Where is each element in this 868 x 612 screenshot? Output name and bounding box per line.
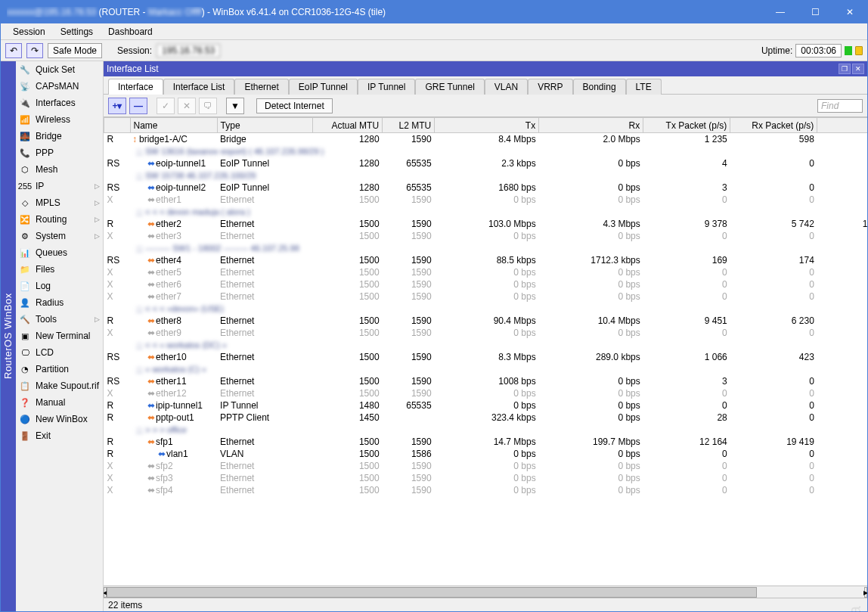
table-row[interactable]: ;;; > > > office (104, 424, 868, 436)
sidebar-item-log[interactable]: 📄Log (16, 278, 103, 294)
tab-lte[interactable]: LTE (626, 79, 662, 95)
sidebar-item-files[interactable]: 📁Files (16, 261, 103, 278)
table-row[interactable]: R ⬌ether2 Ethernet 1500 1590 103.0 Mbps … (104, 218, 868, 230)
interface-icon: ⬌ (147, 436, 156, 447)
child-window-header: Interface List ❐ ✕ (104, 61, 867, 76)
tab-ip-tunnel[interactable]: IP Tunnel (358, 79, 415, 95)
sidebar-item-wireless[interactable]: 📶Wireless (16, 111, 103, 128)
column-header[interactable]: Type (217, 118, 313, 133)
column-header[interactable]: Name (130, 118, 217, 133)
menu-settings[interactable]: Settings (53, 25, 101, 39)
table-row[interactable]: RS ⬌eoip-tunnel2 EoIP Tunnel 1280 65535 … (104, 182, 868, 194)
filter-button[interactable]: ▼ (226, 98, 244, 114)
enable-button[interactable]: ✓ (157, 98, 175, 114)
tab-vrrp[interactable]: VRRP (528, 79, 572, 95)
column-header[interactable]: Rx (539, 118, 643, 133)
table-row[interactable]: R ⬌sfp1 Ethernet 1500 1590 14.7 Mbps 199… (104, 436, 868, 448)
sidebar-item-manual[interactable]: ❓Manual (16, 394, 103, 411)
sidebar-item-system[interactable]: ⚙System▷ (16, 228, 103, 244)
table-row[interactable]: R ↕bridge1-A/C Bridge 1280 1590 8.4 Mbps… (104, 133, 868, 145)
find-input[interactable]: Find (817, 99, 863, 113)
remove-button[interactable]: — (129, 98, 147, 114)
sidebar-item-make-supout.rif[interactable]: 📋Make Supout.rif (16, 377, 103, 394)
undo-button[interactable]: ↶ (5, 43, 22, 58)
minimize-button[interactable]: — (763, 1, 798, 23)
close-button[interactable]: ✕ (832, 1, 867, 23)
interface-icon: ⬌ (147, 219, 156, 229)
column-header[interactable]: Rx Packet (p/s) (730, 118, 817, 133)
table-row[interactable]: X ⬌ether3 Ethernet 1500 1590 0 bps 0 bps… (104, 230, 868, 242)
sidebar-item-queues[interactable]: 📊Queues (16, 244, 103, 261)
table-row[interactable]: X ⬌ether6 Ethernet 1500 1590 0 bps 0 bps… (104, 278, 868, 290)
sidebar-item-bridge[interactable]: 🌉Bridge (16, 128, 103, 144)
sidebar-item-exit[interactable]: 🚪Exit (16, 427, 103, 444)
column-header[interactable]: L2 MTU (383, 118, 435, 133)
sidebar-item-interfaces[interactable]: 🔌Interfaces (16, 95, 103, 111)
sidebar-item-new-terminal[interactable]: ▣New Terminal (16, 328, 103, 344)
table-row[interactable]: R ⬌ipip-tunnel1 IP Tunnel 1480 65535 0 b… (104, 399, 868, 412)
column-header[interactable] (104, 118, 131, 133)
table-row[interactable]: ;;; « workatos (C) » (104, 363, 868, 375)
table-row[interactable]: X ⬌ether7 Ethernet 1500 1590 0 bps 0 bps… (104, 290, 868, 303)
tab-eoip-tunnel[interactable]: EoIP Tunnel (289, 79, 358, 95)
table-row[interactable]: X ⬌ether1 Ethernet 1500 1590 0 bps 0 bps… (104, 194, 868, 206)
sidebar-item-partition[interactable]: ◔Partition (16, 361, 103, 377)
tab-interface-list[interactable]: Interface List (163, 79, 235, 95)
column-header[interactable]: Tx Packet (p/s) (643, 118, 730, 133)
comment-button[interactable]: 🗨 (199, 98, 217, 114)
column-header[interactable]: FP Tx (817, 118, 867, 133)
table-row[interactable]: RS ⬌ether4 Ethernet 1500 1590 88.5 kbps … (104, 254, 868, 266)
interface-icon: ⬌ (147, 182, 156, 193)
sidebar-icon: ◇ (19, 197, 31, 209)
table-row[interactable]: R ⬌pptp-out1 PPTP Client 1450 323.4 kbps… (104, 412, 868, 424)
safe-mode-button[interactable]: Safe Mode (48, 43, 102, 58)
maximize-button[interactable]: ☐ (798, 1, 832, 23)
sidebar-item-capsman[interactable]: 📡CAPsMAN (16, 78, 103, 95)
sidebar-item-routing[interactable]: 🔀Routing▷ (16, 211, 103, 228)
table-row[interactable]: ;;; --------- SW1 - 18002 --------- 46.1… (104, 242, 868, 254)
detect-internet-button[interactable]: Detect Internet (256, 98, 333, 113)
sidebar-icon: ❓ (19, 396, 31, 409)
table-row[interactable]: X ⬌ether12 Ethernet 1500 1590 0 bps 0 bp… (104, 387, 868, 399)
sidebar-item-quick-set[interactable]: 🔧Quick Set (16, 61, 103, 78)
table-row[interactable]: ;;; < < < devon maduja ( alora ) (104, 206, 868, 218)
table-row[interactable]: RS ⬌ether11 Ethernet 1500 1590 1008 bps … (104, 375, 868, 387)
table-row[interactable]: X ⬌sfp4 Ethernet 1500 1590 0 bps 0 bps 0… (104, 484, 868, 496)
sidebar-item-tools[interactable]: 🔨Tools▷ (16, 311, 103, 328)
interface-table-wrap[interactable]: NameTypeActual MTUL2 MTUTxRxTx Packet (p… (104, 117, 867, 586)
table-row[interactable]: X ⬌sfp3 Ethernet 1500 1590 0 bps 0 bps 0… (104, 472, 868, 484)
tab-vlan[interactable]: VLAN (485, 79, 528, 95)
table-row[interactable]: ;;; SW 13616 (taxanov export) ( 46.107.2… (104, 145, 868, 157)
sidebar-item-radius[interactable]: 👤Radius (16, 294, 103, 311)
tab-interface[interactable]: Interface (108, 79, 163, 95)
redo-button[interactable]: ↷ (26, 43, 43, 58)
horizontal-scrollbar[interactable]: ◂ ▸ (104, 586, 867, 598)
menu-session[interactable]: Session (5, 25, 53, 39)
table-row[interactable]: X ⬌sfp2 Ethernet 1500 1590 0 bps 0 bps 0… (104, 460, 868, 472)
tab-ethernet[interactable]: Ethernet (234, 79, 288, 95)
table-row[interactable]: ;;; SW 15738 46.107.226.100/29 (104, 169, 868, 182)
menu-dashboard[interactable]: Dashboard (101, 25, 160, 39)
table-row[interactable]: RS ⬌ether10 Ethernet 1500 1590 8.3 Mbps … (104, 351, 868, 363)
table-row[interactable]: X ⬌ether5 Ethernet 1500 1590 0 bps 0 bps… (104, 266, 868, 278)
disable-button[interactable]: ✕ (178, 98, 196, 114)
sidebar-item-mpls[interactable]: ◇MPLS▷ (16, 194, 103, 211)
table-row[interactable]: R ⬌vlan1 VLAN 1500 1586 0 bps 0 bps 0 0 … (104, 448, 868, 460)
sidebar-item-ppp[interactable]: 📞PPP (16, 144, 103, 161)
child-restore-button[interactable]: ❐ (839, 64, 851, 74)
column-header[interactable]: Tx (435, 118, 539, 133)
table-row[interactable]: R ⬌ether8 Ethernet 1500 1590 90.4 Mbps 1… (104, 315, 868, 327)
child-close-button[interactable]: ✕ (852, 64, 864, 74)
sidebar-item-mesh[interactable]: ⬡Mesh (16, 161, 103, 178)
tab-gre-tunnel[interactable]: GRE Tunnel (415, 79, 484, 95)
sidebar-item-lcd[interactable]: 🖵LCD (16, 344, 103, 361)
tab-bonding[interactable]: Bonding (573, 79, 626, 95)
sidebar-item-new-winbox[interactable]: 🔵New WinBox (16, 411, 103, 427)
table-row[interactable]: ;;; < < < «devon» (USE) (104, 303, 868, 315)
add-button[interactable]: +▾ (108, 98, 126, 114)
table-row[interactable]: RS ⬌eoip-tunnel1 EoIP Tunnel 1280 65535 … (104, 157, 868, 169)
sidebar-item-ip[interactable]: 255IP▷ (16, 178, 103, 194)
table-row[interactable]: X ⬌ether9 Ethernet 1500 1590 0 bps 0 bps… (104, 327, 868, 339)
column-header[interactable]: Actual MTU (313, 118, 383, 133)
table-row[interactable]: ;;; < < « workatos (DC) » (104, 339, 868, 351)
